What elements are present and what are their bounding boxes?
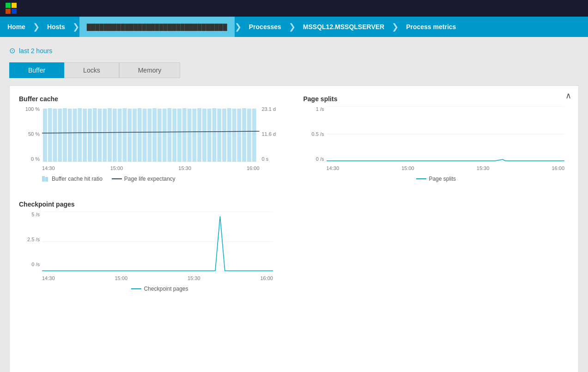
svg-rect-21 bbox=[113, 109, 117, 162]
breadcrumb-arrow-1: ❯ bbox=[33, 17, 40, 37]
buffer-cache-title: Buffer cache bbox=[19, 95, 285, 103]
svg-rect-50 bbox=[42, 176, 45, 182]
breadcrumb-mssql[interactable]: MSSQL12.MSSQLSERVER bbox=[296, 17, 392, 37]
svg-rect-32 bbox=[168, 108, 172, 162]
buffer-cache-x-axis: 14:30 15:00 15:30 16:00 bbox=[42, 165, 260, 171]
breadcrumb-processes[interactable]: Processes bbox=[242, 17, 289, 37]
svg-rect-19 bbox=[103, 109, 107, 162]
line-legend-icon bbox=[112, 178, 122, 180]
svg-rect-9 bbox=[53, 109, 57, 162]
svg-rect-29 bbox=[152, 108, 157, 162]
time-filter: ⊙ last 2 hours bbox=[9, 46, 579, 55]
app-logo bbox=[5, 2, 18, 15]
svg-rect-25 bbox=[133, 109, 137, 162]
svg-rect-28 bbox=[147, 109, 152, 162]
svg-rect-7 bbox=[43, 109, 47, 162]
svg-rect-46 bbox=[237, 109, 241, 162]
legend-checkpoint: Checkpoint pages bbox=[131, 286, 188, 292]
svg-rect-20 bbox=[108, 108, 112, 162]
page-splits-y-axis: 1 /s 0.5 /s 0 /s bbox=[303, 106, 324, 162]
breadcrumb-arrow-3: ❯ bbox=[235, 17, 242, 37]
svg-rect-3 bbox=[12, 9, 17, 14]
svg-rect-26 bbox=[138, 108, 142, 162]
top-bar bbox=[0, 0, 588, 17]
svg-rect-1 bbox=[12, 3, 17, 8]
buffer-cache-area: 100 % 50 % 0 % 23.1 d 11.6 d 0 s bbox=[19, 106, 285, 182]
checkpoint-title: Checkpoint pages bbox=[19, 201, 569, 208]
breadcrumb-arrow-5: ❯ bbox=[392, 17, 399, 37]
checkpoint-svg-wrapper bbox=[42, 212, 273, 274]
svg-rect-23 bbox=[122, 108, 127, 162]
svg-rect-8 bbox=[48, 108, 52, 162]
svg-rect-47 bbox=[242, 108, 246, 162]
svg-rect-12 bbox=[68, 109, 72, 162]
breadcrumb-hosts[interactable]: Hosts bbox=[40, 17, 73, 37]
svg-rect-18 bbox=[98, 109, 102, 162]
svg-rect-24 bbox=[127, 109, 132, 162]
checkpoint-area: 5 /s 2.5 /s 0 /s bbox=[19, 212, 278, 292]
svg-rect-41 bbox=[212, 108, 217, 162]
page-splits-line-icon bbox=[416, 178, 426, 180]
breadcrumb-arrow-2: ❯ bbox=[73, 17, 79, 37]
main-content: ⊙ last 2 hours Buffer Locks Memory ∧ Buf… bbox=[0, 37, 588, 372]
time-filter-label: last 2 hours bbox=[19, 47, 52, 55]
breadcrumb-host-select[interactable]: █████████████████████████████████ bbox=[79, 17, 235, 37]
svg-rect-39 bbox=[202, 109, 206, 162]
page-splits-area: 1 /s 0.5 /s 0 /s bbox=[303, 106, 570, 182]
svg-rect-38 bbox=[197, 108, 201, 162]
breadcrumb-process-metrics[interactable]: Process metrics bbox=[399, 17, 463, 37]
page-splits-svg-wrapper bbox=[327, 106, 565, 164]
svg-rect-10 bbox=[58, 109, 62, 162]
svg-rect-14 bbox=[78, 108, 82, 162]
svg-rect-16 bbox=[88, 109, 92, 162]
svg-rect-51 bbox=[45, 177, 48, 182]
svg-rect-35 bbox=[182, 108, 187, 162]
svg-rect-13 bbox=[73, 109, 77, 162]
breadcrumb-nav: Home ❯ Hosts ❯ █████████████████████████… bbox=[0, 17, 588, 37]
svg-rect-31 bbox=[163, 109, 167, 162]
svg-rect-2 bbox=[6, 9, 11, 14]
svg-rect-43 bbox=[222, 109, 226, 162]
page-splits-legend: Page splits bbox=[303, 176, 570, 182]
checkpoint-y-axis: 5 /s 2.5 /s 0 /s bbox=[19, 212, 40, 267]
bar-legend-icon bbox=[42, 176, 49, 182]
buffer-cache-svg-wrapper bbox=[42, 106, 260, 164]
page-splits-title: Page splits bbox=[303, 95, 570, 103]
checkpoint-section: Checkpoint pages 5 /s 2.5 /s 0 /s bbox=[19, 201, 569, 292]
page-splits-x-axis: 14:30 15:00 15:30 16:00 bbox=[327, 165, 565, 171]
svg-rect-36 bbox=[188, 109, 192, 162]
svg-rect-48 bbox=[247, 109, 251, 162]
svg-rect-34 bbox=[177, 109, 182, 162]
chart-section: ∧ Buffer cache 100 % 50 % 0 % 23.1 d bbox=[9, 85, 579, 372]
checkpoint-x-axis: 14:30 15:00 15:30 16:00 bbox=[42, 275, 273, 281]
svg-rect-49 bbox=[252, 109, 256, 162]
svg-rect-27 bbox=[143, 109, 147, 162]
legend-page-life-expectancy: Page life expectancy bbox=[112, 176, 176, 182]
charts-row-1: Buffer cache 100 % 50 % 0 % 23.1 d 11.6 … bbox=[19, 95, 569, 182]
checkpoint-legend: Checkpoint pages bbox=[42, 286, 278, 292]
legend-page-splits: Page splits bbox=[416, 176, 456, 182]
buffer-cache-legend: Buffer cache hit ratio Page life expecta… bbox=[42, 176, 285, 182]
buffer-cache-chart: Buffer cache 100 % 50 % 0 % 23.1 d 11.6 … bbox=[19, 95, 285, 182]
svg-rect-45 bbox=[232, 109, 236, 162]
svg-rect-33 bbox=[172, 109, 176, 162]
breadcrumb-home[interactable]: Home bbox=[0, 17, 33, 37]
tab-memory[interactable]: Memory bbox=[119, 62, 181, 78]
tab-buffer[interactable]: Buffer bbox=[9, 62, 64, 78]
tabs-container: Buffer Locks Memory bbox=[9, 62, 579, 78]
collapse-button[interactable]: ∧ bbox=[565, 91, 571, 101]
breadcrumb-arrow-4: ❯ bbox=[289, 17, 296, 37]
svg-rect-40 bbox=[207, 109, 212, 162]
buffer-cache-y-right: 23.1 d 11.6 d 0 s bbox=[262, 106, 285, 162]
svg-rect-11 bbox=[63, 108, 67, 162]
buffer-cache-y-left: 100 % 50 % 0 % bbox=[19, 106, 40, 162]
tab-locks[interactable]: Locks bbox=[64, 62, 119, 78]
svg-rect-0 bbox=[6, 3, 11, 8]
svg-rect-37 bbox=[192, 109, 196, 162]
svg-rect-22 bbox=[118, 109, 122, 162]
svg-rect-42 bbox=[217, 109, 221, 162]
clock-icon: ⊙ bbox=[9, 46, 15, 55]
svg-rect-44 bbox=[227, 108, 231, 162]
checkpoint-line-icon bbox=[131, 288, 141, 290]
svg-rect-15 bbox=[83, 109, 87, 162]
